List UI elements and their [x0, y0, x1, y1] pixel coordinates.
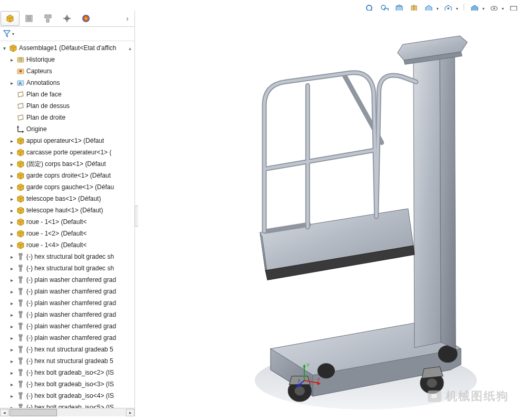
expand-icon[interactable]: ▸ [8, 347, 15, 353]
expand-icon[interactable]: ▸ [8, 312, 15, 318]
tree-item-label: (-) plain washer chamfered grad [26, 323, 116, 330]
expand-icon[interactable]: ▸ [8, 184, 15, 190]
tree-item[interactable]: ▸(-) hex bolt gradeab_iso<5> (IS [7, 402, 134, 408]
panel-tab-bar: › [0, 11, 134, 27]
tree-item[interactable]: ▸(固定) corps bas<1> (Défaut [7, 158, 134, 170]
tree-item[interactable]: ▸(-) plain washer chamfered grad [7, 320, 134, 332]
scroll-thumb[interactable] [9, 409, 57, 416]
part-icon [16, 194, 25, 203]
tree-item[interactable]: ▸(-) plain washer chamfered grad [7, 332, 134, 344]
feature-tree[interactable]: ▾ Assemblage1 (Défaut<Etat d'affich ▴ ▸H… [0, 41, 134, 408]
part-icon [16, 240, 25, 250]
scroll-left-button[interactable]: ◂ [0, 409, 8, 416]
part-icon [16, 229, 25, 238]
watermark: ✉ 机械图纸狗 [428, 388, 509, 404]
dropdown-icon[interactable]: ▼ [436, 7, 439, 11]
svg-marker-110 [317, 381, 321, 385]
tree-item[interactable]: ▸telescope bas<1> (Défaut) [7, 193, 134, 204]
tree-item[interactable]: ▸roue - 1<2> (Default< [7, 228, 134, 239]
dropdown-icon[interactable]: ▼ [501, 7, 505, 11]
expand-icon[interactable]: ▸ [8, 242, 15, 248]
tree-root-label: Assemblage1 (Défaut<Etat d'affich [19, 44, 117, 52]
expand-icon[interactable]: ▸ [8, 231, 15, 237]
tree-item[interactable]: ▸(-) plain washer chamfered grad [7, 274, 134, 286]
tree-item-label: roue - 1<1> (Default< [26, 218, 86, 226]
expand-icon[interactable]: ▸ [8, 324, 15, 329]
part-icon [16, 159, 25, 169]
svg-point-5 [447, 7, 449, 9]
tree-item[interactable]: ▸(-) hex bolt gradeab_iso<2> (IS [7, 367, 134, 378]
svg-point-0 [367, 5, 372, 11]
tree-item[interactable]: Plan de droite [7, 112, 134, 123]
display-manager-tab[interactable] [76, 11, 95, 26]
tree-item[interactable]: ▸(-) hex nut structural gradeab 5 [7, 355, 134, 367]
tree-item[interactable]: ▸garde coprs gauche<1> (Défau [7, 181, 134, 193]
tree-item[interactable]: Plan de face [7, 89, 134, 100]
part-icon [16, 182, 25, 192]
expand-icon[interactable]: ▸ [8, 335, 15, 341]
expand-icon[interactable]: ▸ [8, 289, 15, 295]
expand-icon[interactable]: ▸ [8, 370, 15, 376]
tree-item[interactable]: ▸(-) plain washer chamfered grad [7, 297, 134, 309]
expand-icon[interactable]: ▸ [8, 382, 15, 387]
expand-icon[interactable]: ▸ [8, 196, 15, 202]
property-manager-tab[interactable] [20, 11, 38, 26]
expand-icon[interactable]: ▸ [8, 358, 15, 364]
tree-root[interactable]: ▾ Assemblage1 (Défaut<Etat d'affich ▴ [0, 42, 134, 54]
expand-icon[interactable]: ▸ [8, 300, 15, 306]
expand-icon[interactable]: ▸ [8, 173, 15, 179]
tree-item[interactable]: ▸(-) plain washer chamfered grad [7, 309, 134, 320]
tree-item[interactable]: ▸(-) hex nut structural gradeab 5 [7, 344, 134, 355]
expand-icon[interactable]: ▸ [8, 393, 15, 399]
tree-item-label: telescope haut<1> (Défaut) [26, 207, 103, 214]
expand-icon[interactable]: ▸ [8, 208, 15, 213]
feature-manager-tab[interactable] [1, 11, 20, 26]
tree-item[interactable]: Origine [7, 123, 134, 135]
svg-point-104 [427, 378, 437, 388]
collapse-icon[interactable]: ▾ [1, 45, 7, 51]
expand-icon[interactable]: ▸ [8, 254, 15, 260]
tree-item[interactable]: ▸(-) plain washer chamfered grad [7, 286, 134, 297]
dropdown-icon[interactable]: ▼ [481, 7, 485, 11]
tree-item[interactable]: ▸roue - 1<4> (Default< [7, 239, 134, 251]
svg-rect-14 [49, 15, 51, 18]
svg-rect-15 [46, 19, 49, 22]
expand-icon[interactable]: ▸ [8, 138, 15, 144]
filter-button[interactable]: ▼ [2, 28, 16, 40]
tree-item[interactable]: Capteurs [7, 65, 134, 77]
expand-icon[interactable]: ▸ [8, 266, 15, 271]
expand-icon[interactable]: ▸ [8, 161, 15, 167]
panel-collapse-icon[interactable]: › [121, 11, 134, 26]
tree-item[interactable]: ▸(-) hex structural bolt gradec sh [7, 262, 134, 274]
tree-item[interactable]: ▸appui operateur<1> (Défaut [7, 135, 134, 146]
orientation-triad[interactable]: Y x z [296, 362, 323, 388]
tree-item[interactable]: ▸garde coprs droite<1> (Défaut [7, 170, 134, 181]
expand-icon[interactable]: ▸ [8, 277, 15, 283]
dimxpert-manager-tab[interactable] [57, 11, 76, 26]
tree-item[interactable]: ▸(-) hex bolt gradeab_iso<4> (IS [7, 390, 134, 402]
tree-item[interactable]: ▸telescope haut<1> (Défaut) [7, 204, 134, 216]
tree-item[interactable]: ▸Historique [7, 54, 134, 65]
dropdown-icon[interactable]: ▼ [455, 7, 459, 11]
tree-item[interactable]: ▸carcasse porte operateur<1> ( [7, 146, 134, 158]
expand-icon[interactable]: ▸ [8, 57, 15, 63]
expand-icon[interactable]: ▸ [8, 150, 15, 155]
folder-sensor-icon [16, 66, 25, 76]
horizontal-scrollbar[interactable]: ◂ ▸ [0, 408, 134, 416]
plane-icon [16, 90, 25, 99]
axis-y-label: Y [306, 363, 310, 368]
configuration-manager-tab[interactable] [38, 11, 57, 26]
tree-item[interactable]: Plan de dessus [7, 100, 134, 112]
scroll-right-button[interactable]: ▸ [126, 409, 134, 416]
expand-icon[interactable]: ▸ [8, 219, 15, 225]
tree-item-label: telescope bas<1> (Défaut) [26, 195, 101, 202]
tree-item[interactable]: ▸(-) hex structural bolt gradec sh [7, 251, 134, 262]
graphics-viewport[interactable]: Y x z [138, 11, 530, 420]
tree-item[interactable]: ▸AAnnotations [7, 77, 134, 89]
tree-item-label: (-) hex bolt gradeab_iso<2> (IS [26, 369, 114, 376]
expand-icon[interactable]: ▸ [8, 80, 15, 86]
tree-item[interactable]: ▸(-) hex bolt gradeab_iso<3> (IS [7, 378, 134, 390]
axis-z-label: z [298, 378, 301, 383]
chevron-up-icon[interactable]: ▴ [129, 45, 134, 51]
tree-item[interactable]: ▸roue - 1<1> (Default< [7, 216, 134, 228]
